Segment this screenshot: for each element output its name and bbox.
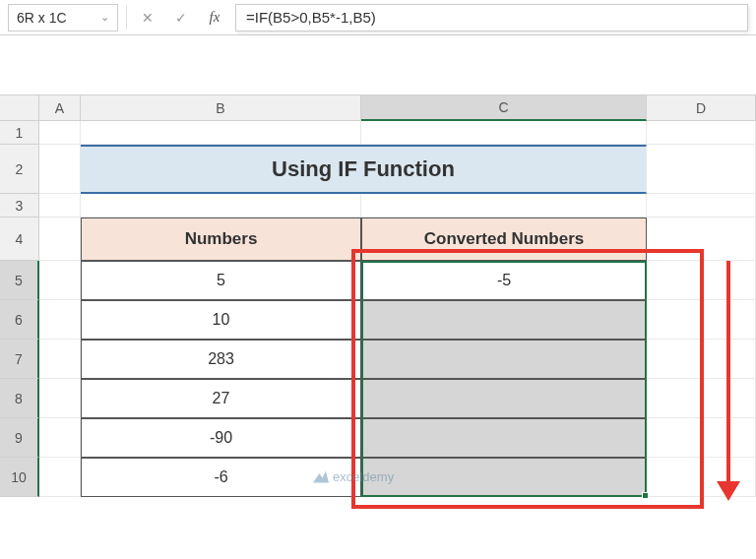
cancel-icon: ✕ [142, 10, 154, 26]
cell[interactable] [361, 194, 647, 217]
cell[interactable] [39, 261, 81, 300]
spreadsheet-grid[interactable]: A B C D 1 2 Using IF Function 3 4 Number… [0, 94, 756, 497]
cell[interactable] [39, 418, 81, 458]
table-cell[interactable]: 27 [81, 379, 361, 418]
col-header-a[interactable]: A [39, 95, 81, 121]
table-cell-selected[interactable] [361, 418, 647, 458]
row-header-2[interactable]: 2 [0, 145, 39, 194]
row-header-1[interactable]: 1 [0, 121, 39, 145]
cell[interactable] [647, 379, 756, 418]
cell[interactable] [647, 217, 756, 261]
cell[interactable] [647, 418, 756, 458]
divider [126, 6, 127, 30]
cell[interactable] [647, 121, 756, 145]
row-header-10[interactable]: 10 [0, 458, 39, 497]
fill-handle[interactable] [642, 492, 649, 499]
cell[interactable] [81, 121, 361, 145]
cell[interactable] [39, 300, 81, 340]
cell[interactable] [39, 458, 81, 497]
cell[interactable] [39, 217, 81, 261]
annotation-arrow-shaft [726, 261, 730, 482]
cell[interactable] [361, 121, 647, 145]
table-header-numbers[interactable]: Numbers [81, 217, 361, 261]
col-header-d[interactable]: D [647, 95, 756, 121]
cell[interactable] [39, 340, 81, 379]
watermark-text: exceldemy [333, 469, 394, 484]
insert-function-button[interactable]: fx [202, 5, 227, 31]
table-cell[interactable]: -90 [81, 418, 361, 458]
cell[interactable] [81, 194, 361, 217]
check-icon: ✓ [175, 10, 187, 26]
table-cell-selected[interactable] [361, 458, 647, 497]
cell[interactable] [647, 340, 756, 379]
col-header-b[interactable]: B [81, 95, 361, 121]
table-cell[interactable]: 10 [81, 300, 361, 340]
cell[interactable] [647, 300, 756, 340]
row-header-8[interactable]: 8 [0, 379, 39, 418]
confirm-formula-button[interactable]: ✓ [168, 5, 194, 31]
name-box[interactable]: 6R x 1C ⌄ [8, 4, 118, 31]
select-all-corner[interactable] [0, 95, 39, 121]
cancel-formula-button[interactable]: ✕ [135, 5, 160, 31]
cell[interactable] [39, 121, 81, 145]
table-cell[interactable]: 5 [81, 261, 361, 300]
cell[interactable] [39, 194, 81, 217]
cell[interactable] [39, 379, 81, 418]
cell[interactable] [39, 145, 81, 194]
table-cell[interactable]: 283 [81, 340, 361, 379]
formula-bar: 6R x 1C ⌄ ✕ ✓ fx =IF(B5>0,B5*-1,B5) [0, 0, 756, 35]
table-header-converted[interactable]: Converted Numbers [361, 217, 647, 261]
row-header-5[interactable]: 5 [0, 261, 39, 300]
row-header-7[interactable]: 7 [0, 340, 39, 379]
ribbon-spacer [0, 35, 756, 94]
cell[interactable] [647, 194, 756, 217]
annotation-arrow-head-icon [717, 481, 740, 501]
name-box-value: 6R x 1C [17, 10, 67, 26]
cell[interactable] [647, 261, 756, 300]
row-header-3[interactable]: 3 [0, 194, 39, 217]
fx-icon: fx [210, 9, 220, 26]
formula-text: =IF(B5>0,B5*-1,B5) [246, 9, 376, 26]
table-cell-selected[interactable] [361, 379, 647, 418]
cell[interactable] [647, 145, 756, 194]
table-cell-selected[interactable] [361, 340, 647, 379]
chevron-down-icon[interactable]: ⌄ [100, 11, 109, 24]
row-header-9[interactable]: 9 [0, 418, 39, 458]
col-header-c[interactable]: C [361, 95, 647, 121]
table-cell-active[interactable]: -5 [361, 261, 647, 300]
formula-input[interactable]: =IF(B5>0,B5*-1,B5) [235, 4, 748, 31]
row-header-6[interactable]: 6 [0, 300, 39, 340]
table-cell-selected[interactable] [361, 300, 647, 340]
watermark-icon [313, 471, 329, 483]
row-header-4[interactable]: 4 [0, 217, 39, 261]
sheet-title: Using IF Function [81, 145, 647, 194]
watermark: exceldemy [313, 469, 394, 484]
